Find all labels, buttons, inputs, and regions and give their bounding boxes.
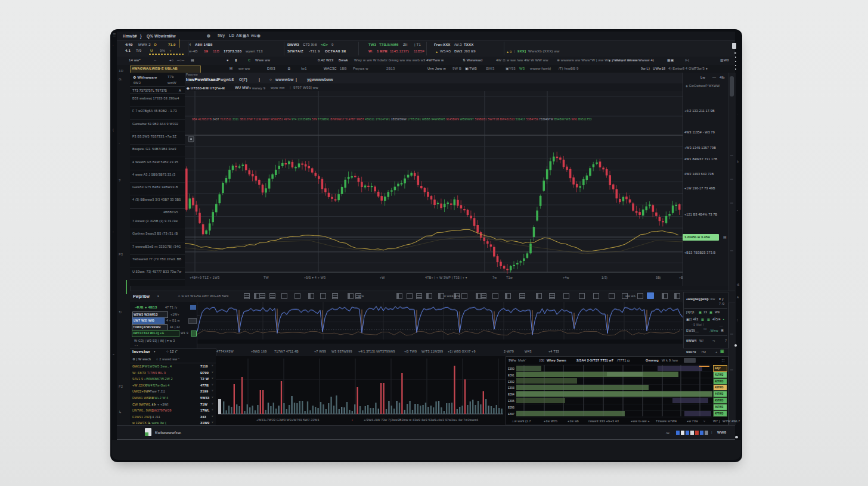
svg-text:E394: E394 xyxy=(508,393,514,396)
svg-text:E397: E397 xyxy=(508,413,514,416)
svg-text:E396: E396 xyxy=(508,406,514,409)
svg-text:E395: E395 xyxy=(508,400,514,403)
svg-text:E392: E392 xyxy=(508,381,514,384)
svg-text:E390: E390 xyxy=(508,367,514,370)
svg-text:E391: E391 xyxy=(508,374,514,377)
svg-text:E393: E393 xyxy=(508,387,514,390)
